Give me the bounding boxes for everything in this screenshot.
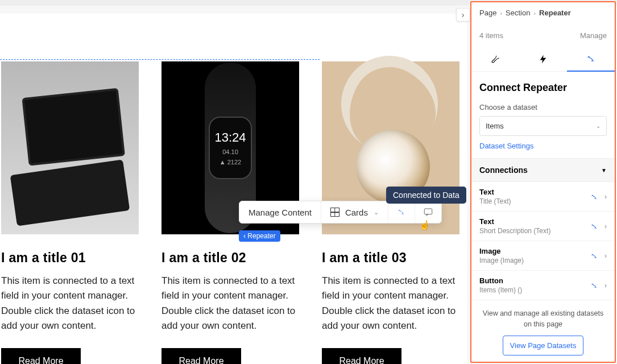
brush-icon <box>490 54 500 64</box>
triangle-down-icon: ▼ <box>601 167 607 173</box>
data-connection-icon <box>591 282 599 289</box>
comment-icon <box>423 207 433 217</box>
chevron-down-icon: ⌄ <box>596 123 601 129</box>
connection-binding: Items (Item) () <box>479 286 522 294</box>
connection-binding: Title (Text) <box>479 197 511 205</box>
repeater-selection-tag[interactable]: Repeater <box>239 230 280 242</box>
manage-content-button[interactable]: Manage Content <box>239 201 321 223</box>
panel-title: Connect Repeater <box>471 72 615 100</box>
breadcrumb-current: Repeater <box>539 9 571 17</box>
repeater-selection-outline <box>0 59 320 60</box>
breadcrumb-section[interactable]: Section <box>506 9 530 17</box>
connection-binding: Short Description (Text) <box>479 227 550 235</box>
collapse-panel-button[interactable]: › <box>456 8 470 22</box>
items-meta-row: 4 items Manage <box>471 23 615 47</box>
card-description[interactable]: This item is connected to a text field i… <box>162 274 299 333</box>
connection-type: Text <box>479 188 511 196</box>
watch-steps: ▲ 2122 <box>220 159 241 166</box>
repeater-item[interactable]: I am a title 01 This item is connected t… <box>1 61 139 364</box>
chevron-right-icon: › <box>604 222 607 230</box>
dataset-settings-link[interactable]: Dataset Settings <box>471 136 615 158</box>
breadcrumb-separator: › <box>500 10 502 16</box>
read-more-button[interactable]: Read More <box>1 348 81 364</box>
panel-footer: View and manage all existing datasets on… <box>471 300 615 363</box>
chevron-right-icon: › <box>604 282 607 289</box>
watch-date: 04.10 <box>222 148 238 155</box>
card-description[interactable]: This item is connected to a text field i… <box>1 274 139 333</box>
grid-icon <box>330 208 339 217</box>
data-connection-icon <box>591 193 599 201</box>
tab-connect-data[interactable] <box>567 47 615 72</box>
connection-row[interactable]: TextTitle (Text)› <box>471 182 615 212</box>
connection-row[interactable]: ImageImage (Image)› <box>471 241 615 271</box>
connection-type: Text <box>479 217 550 226</box>
connection-type: Image <box>479 247 524 255</box>
dataset-dropdown[interactable]: Items ⌄ <box>479 116 607 136</box>
footer-note: View and manage all existing datasets on… <box>479 308 607 330</box>
connections-label: Connections <box>479 166 528 175</box>
chevron-right-icon: › <box>604 252 607 260</box>
data-connection-icon <box>591 222 599 230</box>
connection-row[interactable]: ButtonItems (Item) ()› <box>471 271 615 300</box>
card-title[interactable]: I am a title 02 <box>162 250 299 266</box>
breadcrumb-separator: › <box>533 10 536 16</box>
data-connection-icon <box>591 252 599 260</box>
breadcrumb: Page › Section › Repeater <box>471 2 615 23</box>
manage-items-link[interactable]: Manage <box>580 31 607 40</box>
connection-type: Button <box>479 276 522 285</box>
chevron-right-icon: › <box>604 193 607 201</box>
connection-binding: Image (Image) <box>479 257 524 264</box>
lightning-icon <box>538 54 548 64</box>
chevron-down-icon: ⌄ <box>374 209 379 216</box>
breadcrumb-page[interactable]: Page <box>479 9 496 17</box>
choose-dataset-label: Choose a dataset <box>471 100 615 116</box>
mouse-cursor: ☝ <box>419 220 430 230</box>
read-more-button[interactable]: Read More <box>322 348 401 364</box>
repeater-floating-toolbar: Manage Content Cards ⌄ <box>239 201 442 224</box>
manage-content-label: Manage Content <box>249 208 312 217</box>
layout-label: Cards <box>345 208 368 217</box>
data-connection-icon <box>586 53 596 64</box>
view-page-datasets-button[interactable]: View Page Datasets <box>503 336 584 356</box>
connections-header[interactable]: Connections ▼ <box>471 158 615 182</box>
inspector-tabs <box>471 47 615 72</box>
connection-row[interactable]: TextShort Description (Text)› <box>471 212 615 241</box>
watch-time: 13:24 <box>214 130 246 145</box>
tab-interactions[interactable] <box>519 47 567 72</box>
card-title[interactable]: I am a title 01 <box>1 250 139 266</box>
card-title[interactable]: I am a title 03 <box>322 250 459 266</box>
svg-rect-0 <box>424 209 432 214</box>
connected-to-data-tooltip: Connected to Data <box>386 187 466 204</box>
item-count: 4 items <box>479 31 503 40</box>
data-connection-icon <box>396 207 407 217</box>
card-description[interactable]: This item is connected to a text field i… <box>322 274 459 333</box>
connect-to-data-button[interactable] <box>388 201 415 223</box>
layout-dropdown[interactable]: Cards ⌄ <box>321 201 388 223</box>
connections-list: TextTitle (Text)›TextShort Description (… <box>471 182 615 300</box>
tab-design[interactable] <box>471 47 519 72</box>
dataset-selected: Items <box>486 122 504 130</box>
card-image[interactable] <box>1 61 139 234</box>
inspector-panel: Page › Section › Repeater 4 items Manage… <box>470 1 616 363</box>
read-more-button[interactable]: Read More <box>162 348 241 364</box>
